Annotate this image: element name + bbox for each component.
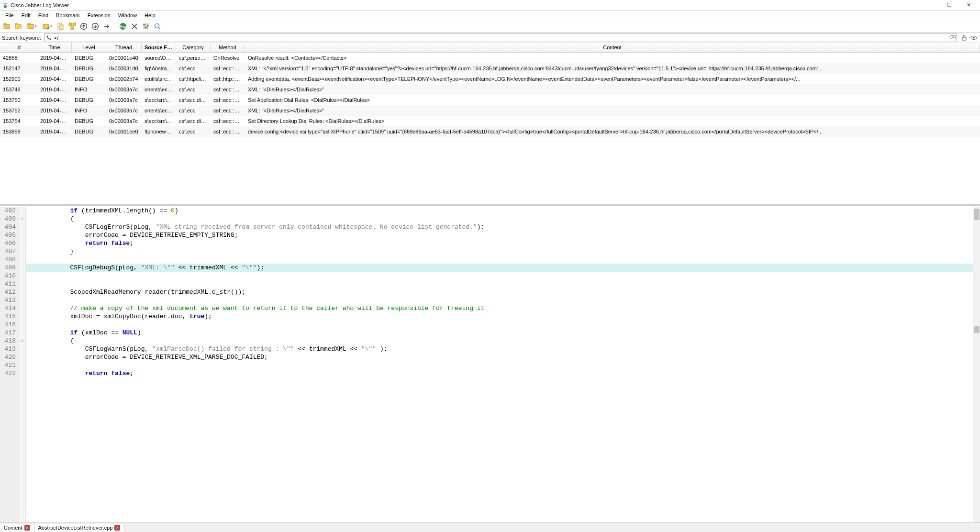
- magnifier-icon[interactable]: [152, 21, 163, 32]
- folder-green-dropdown-icon[interactable]: ▾: [40, 21, 55, 32]
- log-cell: Adding eventdata, <eventData><eventNotif…: [245, 76, 980, 82]
- log-row[interactable]: 1521472019-04-17 ...DEBUG0x000031d0fig\A…: [0, 63, 980, 74]
- col-header-id[interactable]: Id: [0, 43, 37, 52]
- menu-bar: FileEditFindBookmarkExtensionWindowHelp: [0, 11, 980, 20]
- title-bar: Cisco Jabber Log Viewer — ☐ ✕: [0, 0, 980, 11]
- svg-rect-13: [71, 27, 74, 30]
- svg-point-24: [973, 37, 975, 39]
- log-cell: 2019-04-17 ...: [37, 129, 72, 134]
- log-cell: OnResolve result: <Contacts></Contacts>: [245, 55, 980, 61]
- log-cell: ftphonewrappe...: [142, 129, 176, 134]
- copy-icon[interactable]: [56, 21, 66, 32]
- eye-icon[interactable]: [969, 33, 978, 42]
- log-cell: Set Directory Lookup Dial Rules: <DialRu…: [245, 118, 980, 124]
- log-cell: DEBUG: [72, 66, 106, 71]
- log-cell: csf::ecc::Abstra...: [211, 66, 245, 71]
- col-header-category[interactable]: Category: [176, 43, 211, 52]
- menu-window[interactable]: Window: [115, 11, 140, 19]
- boxes-icon[interactable]: [67, 21, 78, 32]
- folder-dropdown-icon[interactable]: ▾: [25, 21, 39, 32]
- log-cell: 153898: [0, 129, 37, 134]
- log-cell: 153754: [0, 118, 37, 124]
- svg-rect-19: [145, 27, 147, 28]
- col-header-method[interactable]: Method: [211, 43, 245, 52]
- log-cell: s\ecc\src\confi...: [142, 97, 176, 103]
- log-cell: 153748: [0, 87, 37, 92]
- search-bar: Search keyword: ⌫: [0, 33, 980, 43]
- log-cell: csf::ecc::DialRul...: [211, 108, 245, 113]
- log-row[interactable]: 1537522019-04-17 ...INFO0x00003a7conents…: [0, 105, 980, 116]
- right-arrow-icon[interactable]: [101, 21, 112, 32]
- log-cell: csf::ecc::CC_SIP...: [211, 129, 245, 134]
- log-cell: csf::http::CurlH...: [211, 76, 245, 82]
- col-header-thread[interactable]: Thread: [106, 43, 142, 52]
- toolbar: ▾ ▾ Reg: [0, 20, 980, 33]
- clear-x-icon[interactable]: ⌫: [949, 34, 956, 41]
- col-header-level[interactable]: Level: [72, 43, 106, 52]
- menu-find[interactable]: Find: [35, 11, 52, 19]
- log-cell: DEBUG: [72, 55, 106, 61]
- log-cell: 2019-04-17 ...: [37, 55, 72, 61]
- phone-icon: [45, 34, 52, 41]
- log-cell: INFO: [72, 108, 106, 113]
- log-cell: 153752: [0, 108, 37, 113]
- log-cell: 0x00002b74: [106, 76, 142, 82]
- svg-rect-22: [962, 37, 966, 40]
- menu-edit[interactable]: Edit: [18, 11, 34, 19]
- log-row[interactable]: 1537502019-04-17 ...DEBUG0x00003a7cs\ecc…: [0, 95, 980, 105]
- menu-help[interactable]: Help: [141, 11, 159, 19]
- log-row[interactable]: 1538982019-04-17 ...DEBUG0x00001ee0ftpho…: [0, 126, 980, 137]
- svg-rect-18: [144, 24, 145, 25]
- log-cell: csf.person.outl...: [176, 55, 211, 61]
- log-row[interactable]: 1529002019-04-17 ...DEBUG0x00002b74etuti…: [0, 74, 980, 84]
- log-row[interactable]: 1537542019-04-17 ...DEBUG0x00003a7cs\ecc…: [0, 116, 980, 126]
- log-cell: 0x00003a7c: [106, 87, 142, 92]
- sliders-icon[interactable]: [141, 21, 151, 32]
- search-input[interactable]: [52, 35, 949, 41]
- log-row[interactable]: 1537482019-04-17 ...INFO0x00003a7conents…: [0, 84, 980, 95]
- col-header-time[interactable]: Time: [37, 43, 72, 52]
- log-cell: DEBUG: [72, 97, 106, 103]
- log-cell: 152147: [0, 66, 37, 71]
- svg-text:Reg: Reg: [120, 25, 126, 29]
- close-window-button[interactable]: ✕: [959, 0, 978, 10]
- log-cell: csf.ecc.dialrules: [176, 97, 211, 103]
- log-cell: 2019-04-17 ...: [37, 108, 72, 113]
- log-cell: DEBUG: [72, 118, 106, 124]
- col-header-content[interactable]: Content: [245, 43, 980, 52]
- log-cell: 152900: [0, 76, 37, 82]
- log-row[interactable]: 428582019-04-17 ...DEBUG0x00001e40source…: [0, 53, 980, 63]
- log-cell: 0x000031d0: [106, 66, 142, 71]
- file-open-icon[interactable]: [2, 21, 12, 32]
- maximize-button[interactable]: ☐: [940, 0, 959, 10]
- minimize-button[interactable]: —: [921, 0, 940, 10]
- tools-icon[interactable]: [129, 21, 140, 32]
- menu-bookmark[interactable]: Bookmark: [53, 11, 83, 19]
- log-cell: DEBUG: [72, 76, 106, 82]
- regex-badge-icon[interactable]: Reg: [118, 21, 128, 32]
- log-cell: INFO: [72, 87, 106, 92]
- log-cell: csf.ecc: [176, 66, 211, 71]
- file-open-yellow-icon[interactable]: [13, 21, 24, 32]
- log-cell: csf.ecc: [176, 108, 211, 113]
- log-cell: source\Outlook...: [142, 55, 176, 61]
- log-cell: csf.ecc.dialrules: [176, 118, 211, 124]
- up-arrow-circle-icon[interactable]: [78, 21, 89, 32]
- log-cell: 153750: [0, 97, 37, 103]
- lock-icon[interactable]: [960, 33, 969, 42]
- log-cell: s\ecc\src\confi...: [142, 118, 176, 124]
- svg-rect-10: [59, 25, 63, 30]
- down-arrow-circle-icon[interactable]: [90, 21, 100, 32]
- svg-rect-11: [69, 23, 72, 26]
- col-header-source[interactable]: Source File: [142, 43, 176, 52]
- menu-file[interactable]: File: [2, 11, 17, 19]
- app-icon: [2, 2, 9, 9]
- log-cell: XML: "<DialRules></DialRules>": [245, 108, 980, 113]
- log-cell: 0x00003a7c: [106, 97, 142, 103]
- menu-extension[interactable]: Extension: [84, 11, 114, 19]
- log-cell: csf.ecc: [176, 129, 211, 134]
- window-title: Cisco Jabber Log Viewer: [11, 2, 69, 8]
- log-cell: 42858: [0, 55, 37, 61]
- svg-rect-20: [147, 25, 149, 26]
- log-table-body[interactable]: 428582019-04-17 ...DEBUG0x00001e40source…: [0, 53, 980, 137]
